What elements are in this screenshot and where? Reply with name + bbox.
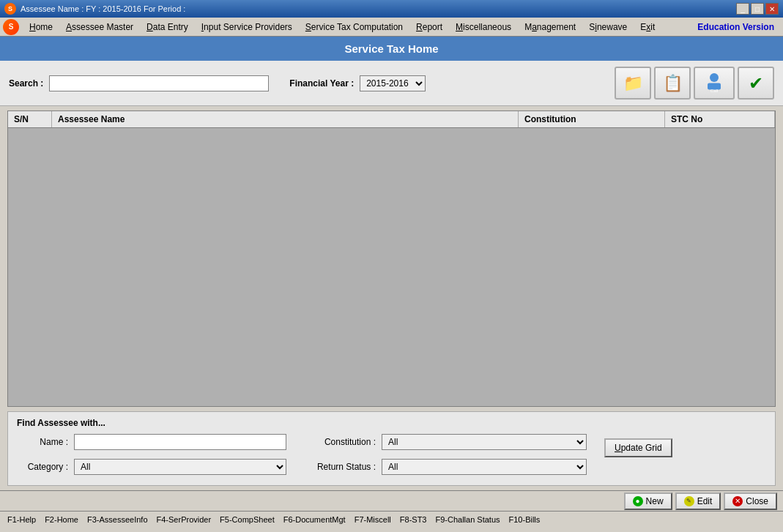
details-icon: 📋 [663, 74, 683, 93]
find-assessee-section: Find Assessee with... Name : Category : … [7, 411, 776, 486]
col-assessee-name: Assessee Name [52, 111, 519, 127]
name-row: Name : [17, 434, 286, 450]
fkey-f1[interactable]: F1-Help [3, 515, 40, 524]
new-button[interactable]: ● New [624, 492, 672, 510]
page-header: Service Tax Home [0, 37, 783, 61]
fkey-f6[interactable]: F6-DocumentMgt [279, 515, 350, 524]
folder-icon: 📁 [623, 74, 643, 93]
fkey-bar: F1-Help F2-Home F3-AssesseeInfo F4-SerPr… [0, 511, 783, 527]
app-icon: S [4, 3, 16, 15]
constitution-row: Constitution : All [310, 434, 587, 450]
col-stc-no: STC No [665, 111, 775, 127]
menu-report[interactable]: Report [410, 20, 448, 34]
return-status-label: Return Status : [310, 462, 376, 472]
svg-point-0 [710, 73, 719, 82]
find-assessee-title: Find Assessee with... [17, 418, 766, 428]
menu-exit[interactable]: Exit [634, 20, 661, 34]
fkey-f9[interactable]: F9-Challan Status [431, 515, 504, 524]
new-label: New [646, 496, 664, 506]
fy-label: Financial Year : [289, 78, 354, 89]
search-input[interactable] [49, 75, 269, 91]
return-status-select[interactable]: All [382, 459, 587, 475]
category-label: Category : [17, 462, 68, 472]
app-menu-icon: S [3, 19, 19, 35]
toolbar-callback-button[interactable]: Call Back [694, 67, 735, 100]
financial-year-select[interactable]: 2015-2016 2014-2015 2016-2017 [360, 75, 426, 91]
minimize-button[interactable]: _ [736, 3, 749, 15]
menu-home[interactable]: Home [23, 20, 59, 34]
menu-sinewave[interactable]: Sinewave [583, 20, 633, 34]
return-status-row: Return Status : All [310, 459, 587, 475]
menu-management[interactable]: Management [519, 20, 582, 34]
maximize-button[interactable]: □ [751, 3, 764, 15]
fkey-f4[interactable]: F4-SerProvider [152, 515, 216, 524]
edit-label: Edit [697, 496, 713, 506]
menu-bar: S Home Assessee Master Data Entry Input … [0, 18, 783, 37]
page-title: Service Tax Home [344, 42, 438, 55]
edit-icon: ✎ [684, 496, 694, 506]
menu-data-entry[interactable]: Data Entry [141, 20, 194, 34]
menu-assessee-master[interactable]: Assessee Master [60, 20, 139, 34]
fkey-f7[interactable]: F7-Miscell [350, 515, 396, 524]
close-button[interactable]: ✕ Close [724, 492, 777, 510]
toolbar-ok-button[interactable]: ✔ [738, 67, 774, 100]
close-label: Close [746, 496, 768, 506]
title-bar: S Assessee Name : FY : 2015-2016 For Per… [0, 0, 783, 18]
name-label: Name : [17, 437, 68, 447]
title-left: S Assessee Name : FY : 2015-2016 For Per… [4, 3, 185, 15]
svg-text:Back: Back [710, 93, 719, 94]
menu-service-tax-computation[interactable]: Service Tax Computation [300, 20, 409, 34]
window-controls: _ □ ✕ [736, 3, 779, 15]
status-bar: ● New ✎ Edit ✕ Close [0, 490, 783, 511]
new-icon: ● [633, 496, 643, 506]
constitution-label: Constitution : [310, 437, 376, 447]
window-close-button[interactable]: ✕ [765, 3, 779, 15]
update-grid-button[interactable]: Update Grid [604, 438, 672, 457]
education-version-label: Education Version [697, 22, 780, 32]
fkey-f8[interactable]: F8-ST3 [396, 515, 431, 524]
menu-miscellaneous[interactable]: Miscellaneous [450, 20, 517, 34]
toolbar-buttons: 📁 📋 Call Back ✔ [615, 67, 774, 100]
grid-body [8, 128, 775, 406]
fkey-f10[interactable]: F10-Bills [505, 515, 545, 524]
edit-button[interactable]: ✎ Edit [675, 492, 721, 510]
col-sn: S/N [8, 111, 52, 127]
title-text: Assessee Name : FY : 2015-2016 For Perio… [21, 4, 185, 13]
toolbar-folder-button[interactable]: 📁 [615, 67, 651, 100]
search-label: Search : [9, 78, 43, 89]
category-select[interactable]: All [74, 459, 286, 475]
fkey-f2[interactable]: F2-Home [40, 515, 83, 524]
grid-header: S/N Assessee Name Constitution STC No [8, 111, 775, 128]
constitution-select[interactable]: All [382, 434, 587, 450]
toolbar-details-button[interactable]: 📋 [654, 67, 691, 100]
fkey-f3[interactable]: F3-AssesseeInfo [83, 515, 152, 524]
grid-area: S/N Assessee Name Constitution STC No [7, 110, 776, 407]
fkey-f5[interactable]: F5-CompSheet [215, 515, 279, 524]
name-input[interactable] [74, 434, 286, 450]
menu-input-service-providers[interactable]: Input Service Providers [196, 20, 298, 34]
col-constitution: Constitution [519, 111, 665, 127]
close-icon: ✕ [732, 496, 743, 506]
svg-text:Call: Call [710, 89, 718, 93]
category-row: Category : All [17, 459, 286, 475]
callback-icon: Call Back [703, 71, 725, 94]
search-area: Search : Financial Year : 2015-2016 2014… [0, 61, 783, 106]
ok-icon: ✔ [749, 73, 763, 94]
